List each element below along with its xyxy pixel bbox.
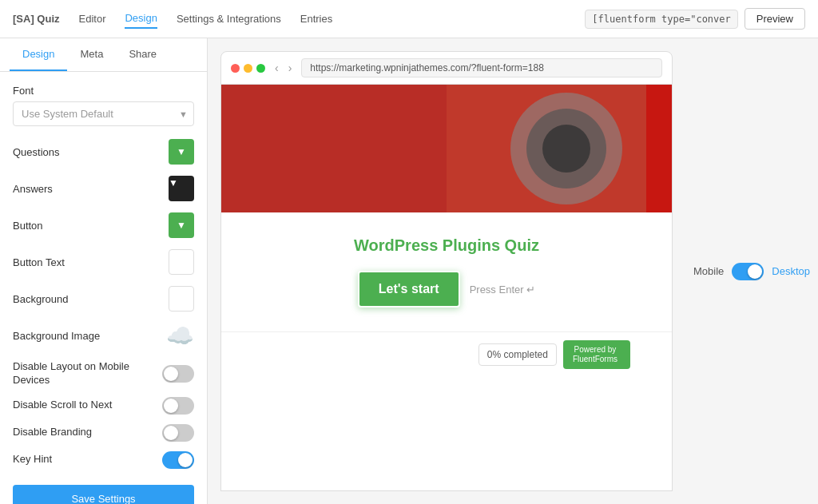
answers-label: Answers xyxy=(13,183,53,195)
questions-chevron-icon: ▼ xyxy=(177,146,186,157)
view-toggle: Mobile Desktop xyxy=(685,38,818,504)
button-color-row: Button ▼ xyxy=(13,212,194,238)
save-settings-button[interactable]: Save Settings xyxy=(13,485,194,504)
sidebar-tabs: Design Meta Share xyxy=(0,38,207,72)
address-bar[interactable]: https://marketing.wpninjathemes.com/?flu… xyxy=(301,58,662,77)
key-hint-row: Key Hint xyxy=(13,451,194,469)
nav-editor[interactable]: Editor xyxy=(79,10,106,28)
browser-chrome: ‹ › https://marketing.wpninjathemes.com/… xyxy=(220,51,673,85)
preview-footer: 0% completed Powered byFluentForms ∧ ∨ xyxy=(221,331,672,377)
desktop-label: Desktop xyxy=(772,265,810,277)
answers-color-swatch[interactable]: ▼ xyxy=(169,176,194,201)
fluent-form-code: [fluentform type="conver xyxy=(585,10,737,29)
nav-design[interactable]: Design xyxy=(125,9,157,29)
button-color-swatch[interactable]: ▼ xyxy=(169,212,194,238)
disable-mobile-knob xyxy=(164,367,178,381)
tab-meta[interactable]: Meta xyxy=(67,38,116,71)
questions-label: Questions xyxy=(13,146,60,158)
form-preview: WordPress Plugins Quiz Let's start Press… xyxy=(221,85,672,490)
preview-body: WordPress Plugins Quiz Let's start Press… xyxy=(221,212,672,331)
font-select[interactable]: Use System Default xyxy=(13,101,194,126)
background-image-row: Background Image ☁️ xyxy=(13,323,194,349)
button-label: Button xyxy=(13,220,43,232)
font-group: Font Use System Default ▼ xyxy=(13,85,194,126)
footer-down-button[interactable]: ∨ xyxy=(651,348,659,361)
dot-yellow xyxy=(244,64,252,73)
start-section: Let's start Press Enter ↵ xyxy=(253,271,640,308)
disable-scroll-knob xyxy=(164,399,178,413)
browser-forward-button[interactable]: › xyxy=(285,62,296,74)
mobile-label: Mobile xyxy=(693,265,724,277)
powered-by-button[interactable]: Powered byFluentForms xyxy=(563,340,630,369)
button-text-color-row: Button Text xyxy=(13,249,194,275)
questions-color-row: Questions ▼ xyxy=(13,139,194,165)
disable-mobile-layout-row: Disable Layout on Mobile Devices xyxy=(13,360,194,387)
top-navigation: [SA] Quiz Editor Design Settings & Integ… xyxy=(0,0,818,38)
browser-back-button[interactable]: ‹ xyxy=(272,62,282,74)
dot-green xyxy=(256,64,265,73)
answers-chevron-icon: ▼ xyxy=(169,177,178,189)
font-label: Font xyxy=(13,85,194,97)
button-text-label: Button Text xyxy=(13,256,65,268)
key-hint-knob xyxy=(178,453,193,467)
button-text-color-swatch[interactable] xyxy=(169,249,194,275)
hero-overlay xyxy=(221,85,672,212)
disable-scroll-toggle[interactable] xyxy=(162,397,194,415)
key-hint-label: Key Hint xyxy=(13,453,52,466)
quiz-title: WordPress Plugins Quiz xyxy=(253,236,640,255)
questions-color-swatch[interactable]: ▼ xyxy=(169,139,194,165)
answers-color-row: Answers ▼ xyxy=(13,176,194,201)
view-toggle-knob xyxy=(748,264,762,279)
disable-mobile-label: Disable Layout on Mobile Devices xyxy=(13,360,157,387)
top-nav-right: [fluentform type="conver Preview xyxy=(585,8,805,30)
press-enter-hint: Press Enter ↵ xyxy=(470,284,536,296)
nav-entries[interactable]: Entries xyxy=(300,10,332,28)
nav-settings[interactable]: Settings & Integrations xyxy=(177,10,281,28)
footer-up-button[interactable]: ∧ xyxy=(637,348,645,361)
disable-mobile-toggle[interactable] xyxy=(162,365,194,383)
disable-branding-label: Disable Branding xyxy=(13,426,92,439)
tab-share[interactable]: Share xyxy=(116,38,169,71)
browser-dots xyxy=(231,64,265,73)
powered-label: Powered byFluentForms xyxy=(573,345,617,364)
disable-scroll-row: Disable Scroll to Next xyxy=(13,397,194,415)
preview-button[interactable]: Preview xyxy=(745,8,805,30)
preview-hero-image xyxy=(221,85,672,212)
background-image-label: Background Image xyxy=(13,330,100,342)
view-toggle-switch[interactable] xyxy=(732,263,764,280)
background-color-swatch[interactable] xyxy=(169,286,194,312)
disable-branding-knob xyxy=(164,426,178,440)
footer-right: 0% completed Powered byFluentForms ∧ ∨ xyxy=(478,340,659,369)
quiz-label: [SA] Quiz xyxy=(13,13,60,25)
disable-branding-toggle[interactable] xyxy=(162,424,194,442)
completed-text: 0% completed xyxy=(478,343,557,366)
font-select-wrap: Use System Default ▼ xyxy=(13,101,194,126)
background-label: Background xyxy=(13,293,68,305)
start-button[interactable]: Let's start xyxy=(358,271,460,308)
upload-icon[interactable]: ☁️ xyxy=(166,323,194,349)
main-layout: Design Meta Share Font Use System Defaul… xyxy=(0,38,818,504)
sidebar-content: Font Use System Default ▼ Questions ▼ An… xyxy=(0,72,207,504)
button-chevron-icon: ▼ xyxy=(177,220,186,231)
sidebar: Design Meta Share Font Use System Defaul… xyxy=(0,38,208,504)
tab-design[interactable]: Design xyxy=(10,38,67,71)
disable-scroll-label: Disable Scroll to Next xyxy=(13,399,112,412)
disable-branding-row: Disable Branding xyxy=(13,424,194,442)
preview-area: ‹ › https://marketing.wpninjathemes.com/… xyxy=(208,38,685,504)
browser-content: WordPress Plugins Quiz Let's start Press… xyxy=(220,85,673,491)
background-color-row: Background xyxy=(13,286,194,312)
browser-nav: ‹ › xyxy=(272,62,295,74)
dot-red xyxy=(231,64,240,73)
key-hint-toggle[interactable] xyxy=(162,451,194,469)
